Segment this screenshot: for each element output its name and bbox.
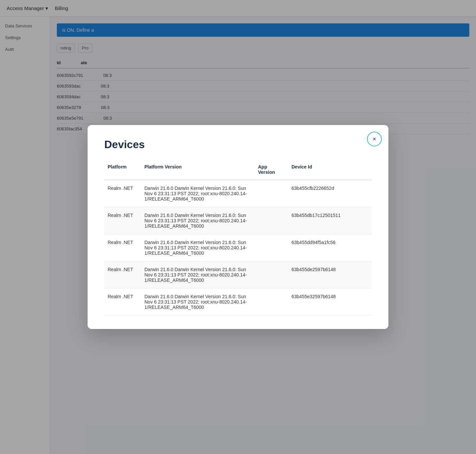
cell-device-id-1: 63b455db17c12501511 <box>288 207 372 234</box>
cell-app-version-1 <box>255 207 288 234</box>
cell-device-id-3: 63b455de2597b6148 <box>288 261 372 289</box>
cell-platform-3: Realm .NET <box>104 261 141 289</box>
cell-device-id-0: 63b455cfb2226652d <box>288 180 372 207</box>
cell-device-id-2: 63b455dd94f5a1fc56 <box>288 234 372 261</box>
cell-platform-version-3: Darwin 21.6.0 Darwin Kernel Version 21.6… <box>141 261 255 289</box>
cell-platform-4: Realm .NET <box>104 289 141 316</box>
close-button[interactable]: × <box>367 132 382 146</box>
col-header-platform: Platform <box>104 161 141 180</box>
close-icon: × <box>373 136 376 142</box>
table-row: Realm .NETDarwin 21.6.0 Darwin Kernel Ve… <box>104 289 372 316</box>
table-header-row: Platform Platform Version App Version De… <box>104 161 372 180</box>
table-row: Realm .NETDarwin 21.6.0 Darwin Kernel Ve… <box>104 180 372 207</box>
devices-modal: × Devices Platform Platform Version App … <box>88 125 388 329</box>
cell-app-version-4 <box>255 289 288 316</box>
table-row: Realm .NETDarwin 21.6.0 Darwin Kernel Ve… <box>104 234 372 261</box>
col-header-platform-version: Platform Version <box>141 161 255 180</box>
table-row: Realm .NETDarwin 21.6.0 Darwin Kernel Ve… <box>104 207 372 234</box>
cell-app-version-3 <box>255 261 288 289</box>
cell-platform-2: Realm .NET <box>104 234 141 261</box>
cell-device-id-4: 63b455e32597b6148 <box>288 289 372 316</box>
cell-platform-version-2: Darwin 21.6.0 Darwin Kernel Version 21.6… <box>141 234 255 261</box>
cell-platform-0: Realm .NET <box>104 180 141 207</box>
cell-platform-version-4: Darwin 21.6.0 Darwin Kernel Version 21.6… <box>141 289 255 316</box>
modal-title: Devices <box>104 138 372 151</box>
col-header-device-id: Device Id <box>288 161 372 180</box>
cell-app-version-2 <box>255 234 288 261</box>
devices-table: Platform Platform Version App Version De… <box>104 161 372 316</box>
cell-platform-1: Realm .NET <box>104 207 141 234</box>
cell-platform-version-0: Darwin 21.6.0 Darwin Kernel Version 21.6… <box>141 180 255 207</box>
table-row: Realm .NETDarwin 21.6.0 Darwin Kernel Ve… <box>104 261 372 289</box>
col-header-app-version: App Version <box>255 161 288 180</box>
modal-overlay: × Devices Platform Platform Version App … <box>0 0 476 454</box>
cell-app-version-0 <box>255 180 288 207</box>
cell-platform-version-1: Darwin 21.6.0 Darwin Kernel Version 21.6… <box>141 207 255 234</box>
